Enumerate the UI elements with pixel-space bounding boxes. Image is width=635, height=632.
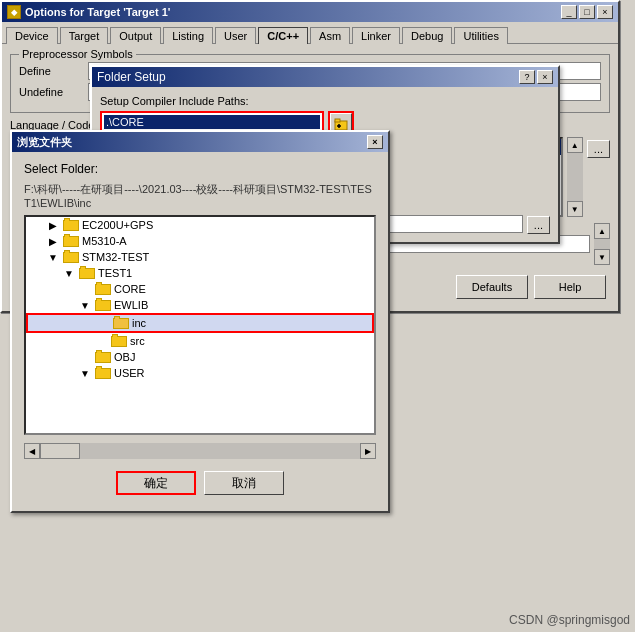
toggle-src-spacer xyxy=(94,334,108,348)
tree-label-user: USER xyxy=(114,367,145,379)
confirm-button[interactable]: 确定 xyxy=(116,471,196,495)
browse-close-btn[interactable]: × xyxy=(367,135,383,149)
toggle-obj-spacer xyxy=(78,350,92,364)
tree-label-test1: TEST1 xyxy=(98,267,132,279)
tab-utilities[interactable]: Utilities xyxy=(454,27,507,44)
folder-icon-test1 xyxy=(79,268,95,279)
help-button[interactable]: Help xyxy=(534,275,606,299)
tree-label-m5310: M5310-A xyxy=(82,235,127,247)
title-bar-controls: _ □ × xyxy=(561,5,613,19)
folder-icon-ewlib xyxy=(95,300,111,311)
cancel-button[interactable]: 取消 xyxy=(204,471,284,495)
hscroll-left[interactable]: ◀ xyxy=(24,443,40,459)
folder-icon-inc xyxy=(113,318,129,329)
main-title-label: Options for Target 'Target 1' xyxy=(25,6,170,18)
tab-listing[interactable]: Listing xyxy=(163,27,213,44)
toggle-m5310[interactable]: ▶ xyxy=(46,234,60,248)
tree-label-ec200: EC200U+GPS xyxy=(82,219,153,231)
tree-item-inc[interactable]: inc xyxy=(26,313,374,333)
folder-setup-controls: ? × xyxy=(519,70,553,84)
scroll-track xyxy=(567,153,583,201)
stm32-scroll-down[interactable]: ▼ xyxy=(594,249,610,265)
stm32-scroll-up[interactable]: ▲ xyxy=(594,223,610,239)
folder-setup-title-label: Folder Setup xyxy=(97,70,166,84)
browse-dialog-buttons: 确定 取消 xyxy=(24,465,376,501)
tree-label-obj: OBJ xyxy=(114,351,135,363)
toggle-test1[interactable]: ▼ xyxy=(62,266,76,280)
watermark: CSDN @springmisgod xyxy=(509,613,630,627)
tree-item-test1[interactable]: ▼ TEST1 xyxy=(26,265,374,281)
folder-icon-m5310 xyxy=(63,236,79,247)
tree-hscroll: ◀ ▶ xyxy=(24,443,376,459)
tab-target[interactable]: Target xyxy=(60,27,109,44)
tree-item-stm32[interactable]: ▼ STM32-TEST xyxy=(26,249,374,265)
defaults-button[interactable]: Defaults xyxy=(456,275,528,299)
folder-icon-src xyxy=(111,336,127,347)
preprocessor-group-label: Preprocessor Symbols xyxy=(19,48,136,60)
define-label: Define xyxy=(19,65,84,77)
folder-icon-ec200 xyxy=(63,220,79,231)
folder-tree[interactable]: ▶ EC200U+GPS ▶ M5310-A ▼ xyxy=(24,215,376,435)
path-core[interactable]: .\CORE xyxy=(104,115,320,129)
toggle-ec200[interactable]: ▶ xyxy=(46,218,60,232)
folder-setup-help-btn[interactable]: ? xyxy=(519,70,535,84)
folder-icon-user xyxy=(95,368,111,379)
tree-item-m5310[interactable]: ▶ M5310-A xyxy=(26,233,374,249)
folder-setup-title-bar: Folder Setup ? × xyxy=(92,67,558,87)
folder-icon-stm32 xyxy=(63,252,79,263)
tab-bar: Device Target Output Listing User C/C++ … xyxy=(2,22,618,44)
toggle-inc-spacer xyxy=(96,316,110,330)
window-icon: ◆ xyxy=(7,5,21,19)
tree-label-stm32: STM32-TEST xyxy=(82,251,149,263)
tree-item-user[interactable]: ▼ USER xyxy=(26,365,374,381)
toggle-user[interactable]: ▼ xyxy=(78,366,92,380)
tab-output[interactable]: Output xyxy=(110,27,161,44)
tree-item-ewlib[interactable]: ▼ EWLIB xyxy=(26,297,374,313)
maximize-button[interactable]: □ xyxy=(579,5,595,19)
toggle-stm32[interactable]: ▼ xyxy=(46,250,60,264)
browse-folder-dialog: 浏览文件夹 × Select Folder: F:\科研\-----在研项目--… xyxy=(10,130,390,513)
tree-label-src: src xyxy=(130,335,145,347)
close-main-button[interactable]: × xyxy=(597,5,613,19)
tree-item-src[interactable]: src xyxy=(26,333,374,349)
tree-item-obj[interactable]: OBJ xyxy=(26,349,374,365)
stm32-scrollbar: ▲ ▼ xyxy=(594,223,610,265)
hscroll-thumb xyxy=(40,443,80,459)
browse-title-label: 浏览文件夹 xyxy=(17,135,72,150)
toggle-core-spacer xyxy=(78,282,92,296)
paths-scrollbar: ▲ ▼ xyxy=(567,137,583,217)
hscroll-track[interactable] xyxy=(40,443,360,459)
main-title-text: ◆ Options for Target 'Target 1' xyxy=(7,5,170,19)
tree-item-ec200[interactable]: ▶ EC200U+GPS xyxy=(26,217,374,233)
scroll-down-btn[interactable]: ▼ xyxy=(567,201,583,217)
hscroll-right[interactable]: ▶ xyxy=(360,443,376,459)
stm32-scroll-track xyxy=(594,239,610,249)
browse-title-bar: 浏览文件夹 × xyxy=(12,132,388,152)
folder-setup-label: Setup Compiler Include Paths: xyxy=(100,95,550,107)
tree-label-inc: inc xyxy=(132,317,146,329)
minimize-button[interactable]: _ xyxy=(561,5,577,19)
tab-linker[interactable]: Linker xyxy=(352,27,400,44)
folder-icon-core xyxy=(95,284,111,295)
svg-rect-1 xyxy=(335,119,340,122)
browse-path-btn[interactable]: ... xyxy=(527,216,550,234)
tab-debug[interactable]: Debug xyxy=(402,27,452,44)
tab-asm[interactable]: Asm xyxy=(310,27,350,44)
browse-select-label: Select Folder: xyxy=(24,162,376,176)
browse-include-btn[interactable]: ... xyxy=(587,140,610,158)
folder-icon-obj xyxy=(95,352,111,363)
browse-path-display: F:\科研\-----在研项目----\2021.03----校级----科研项… xyxy=(24,182,376,209)
tab-user[interactable]: User xyxy=(215,27,256,44)
tab-cpp[interactable]: C/C++ xyxy=(258,27,308,44)
undefine-label: Undefine xyxy=(19,86,84,98)
tree-label-ewlib: EWLIB xyxy=(114,299,148,311)
folder-setup-close-btn[interactable]: × xyxy=(537,70,553,84)
tree-item-core[interactable]: CORE xyxy=(26,281,374,297)
scroll-up-btn[interactable]: ▲ xyxy=(567,137,583,153)
tab-device[interactable]: Device xyxy=(6,27,58,44)
main-title-bar: ◆ Options for Target 'Target 1' _ □ × xyxy=(2,2,618,22)
tree-label-core: CORE xyxy=(114,283,146,295)
toggle-ewlib[interactable]: ▼ xyxy=(78,298,92,312)
browse-content: Select Folder: F:\科研\-----在研项目----\2021.… xyxy=(12,152,388,511)
